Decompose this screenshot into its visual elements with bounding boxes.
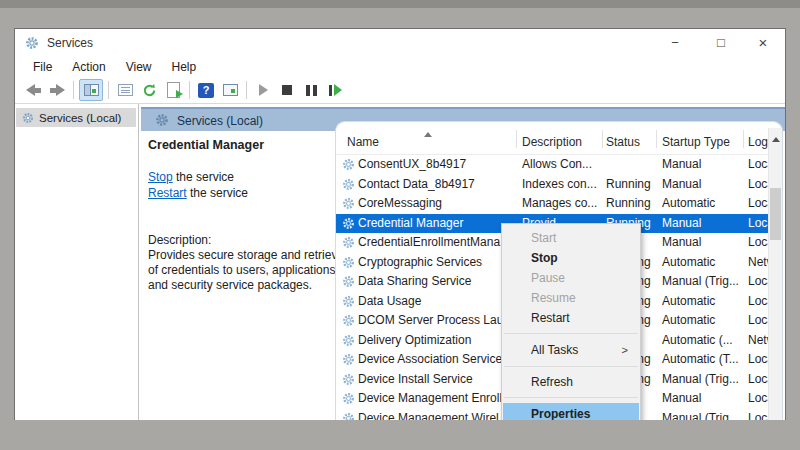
- properties-icon[interactable]: [114, 80, 136, 100]
- service-log-on-as: Loca: [748, 352, 769, 366]
- maximize-button[interactable]: □: [707, 29, 735, 57]
- toolbar-separator: [108, 81, 109, 99]
- column-header-log[interactable]: Log: [748, 135, 768, 149]
- sort-ascending-icon: [424, 132, 432, 137]
- restart-service-icon[interactable]: [324, 80, 346, 100]
- service-startup-type: Manual: [662, 216, 742, 230]
- stop-suffix: the service: [173, 170, 234, 184]
- service-name: ConsentUX_8b4917: [358, 157, 510, 171]
- menu-item-start: Start: [502, 228, 640, 248]
- gear-icon: [342, 334, 355, 347]
- extended-info-pane: Credential Manager Stop the service Rest…: [141, 131, 335, 420]
- service-log-on-as: Netw: [748, 255, 769, 269]
- service-name: Delivery Optimization: [358, 333, 510, 347]
- export-list-icon[interactable]: [162, 80, 184, 100]
- back-icon[interactable]: [22, 80, 44, 100]
- table-row[interactable]: ConsentUX_8b4917Allows Con...ManualLoca: [336, 155, 772, 175]
- column-header-name[interactable]: Name: [347, 135, 379, 149]
- close-button[interactable]: ×: [749, 29, 777, 57]
- help-icon[interactable]: ?: [195, 80, 217, 100]
- toolbar-separator: [189, 81, 190, 99]
- main-area: Services (Local) Services (Local) Creden…: [15, 104, 785, 420]
- window-title: Services: [47, 36, 93, 50]
- menu-item-resume: Resume: [502, 288, 640, 308]
- title-bar[interactable]: Services − □ ×: [15, 29, 785, 57]
- header-separator[interactable]: [656, 130, 657, 148]
- column-header-status[interactable]: Status: [606, 135, 640, 149]
- service-name: CredentialEnrollmentMana: [358, 235, 510, 249]
- service-name: Device Management Wirel: [358, 411, 510, 421]
- services-window: Services − □ × File Action View Help ?: [14, 28, 786, 420]
- show-action-pane-icon[interactable]: [219, 80, 241, 100]
- refresh-icon[interactable]: [138, 80, 160, 100]
- stop-service-link[interactable]: Stop: [148, 170, 173, 184]
- service-startup-type: Manual (Trig...: [662, 274, 742, 288]
- service-startup-type: Manual: [662, 235, 742, 249]
- service-startup-type: Manual: [662, 391, 742, 405]
- service-startup-type: Automatic (T...: [662, 352, 742, 366]
- menu-item-properties[interactable]: Properties: [503, 403, 639, 420]
- service-startup-type: Manual (Trig...: [662, 411, 742, 421]
- menu-action[interactable]: Action: [62, 58, 115, 76]
- show-console-tree-icon[interactable]: [79, 79, 103, 101]
- menu-separator: [504, 397, 638, 398]
- gear-icon: [342, 353, 355, 366]
- menu-item-restart[interactable]: Restart: [502, 308, 640, 328]
- menu-separator: [504, 333, 638, 334]
- service-description: Provides secure storage and retrieval of…: [148, 248, 348, 293]
- scroll-up-icon[interactable]: [769, 132, 782, 146]
- menu-file[interactable]: File: [23, 58, 62, 76]
- pause-service-icon[interactable]: [300, 80, 322, 100]
- header-separator[interactable]: [602, 130, 603, 148]
- service-description-cell: Indexes con...: [522, 177, 600, 191]
- gear-icon: [155, 113, 169, 131]
- service-description-cell: Allows Con...: [522, 157, 600, 171]
- restart-service-link[interactable]: Restart: [148, 186, 187, 200]
- service-log-on-as: Loca: [748, 177, 769, 191]
- menu-item-stop[interactable]: Stop: [502, 248, 640, 268]
- header-separator[interactable]: [743, 130, 744, 148]
- service-name: CoreMessaging: [358, 196, 510, 210]
- menu-item-pause: Pause: [502, 268, 640, 288]
- column-header-description[interactable]: Description: [522, 135, 582, 149]
- table-row[interactable]: Contact Data_8b4917Indexes con...Running…: [336, 175, 772, 195]
- vertical-scrollbar[interactable]: [768, 128, 782, 420]
- gear-icon: [342, 197, 355, 210]
- header-separator[interactable]: [516, 130, 517, 148]
- service-description-cell: Manages co...: [522, 196, 600, 210]
- gear-icon: [342, 373, 355, 386]
- scrollbar-thumb[interactable]: [770, 188, 781, 240]
- gear-icon: [342, 295, 355, 308]
- stop-service-icon[interactable]: [276, 80, 298, 100]
- gear-icon: [342, 178, 355, 191]
- menu-bar: File Action View Help: [15, 57, 785, 77]
- service-name: Credential Manager: [358, 216, 510, 230]
- tree-item-label: Services (Local): [39, 112, 121, 124]
- service-name: DCOM Server Process Laun: [358, 313, 510, 327]
- start-service-icon: [252, 80, 274, 100]
- menu-item-refresh[interactable]: Refresh: [502, 372, 640, 392]
- minimize-button[interactable]: −: [661, 29, 689, 57]
- tree-item-services-local[interactable]: Services (Local): [16, 108, 136, 127]
- stop-service-line: Stop the service: [148, 170, 234, 184]
- description-label: Description:: [148, 233, 211, 247]
- gear-icon: [342, 314, 355, 327]
- service-name: Data Usage: [358, 294, 510, 308]
- menu-item-all-tasks[interactable]: All Tasks>: [502, 339, 640, 361]
- console-tree-pane: Services (Local): [15, 104, 139, 420]
- column-header-startup-type[interactable]: Startup Type: [662, 135, 730, 149]
- forward-icon[interactable]: [46, 80, 68, 100]
- menu-view[interactable]: View: [116, 58, 162, 76]
- service-name: Cryptographic Services: [358, 255, 510, 269]
- table-row[interactable]: CoreMessagingManages co...RunningAutomat…: [336, 194, 772, 214]
- toolbar: ?: [15, 77, 785, 104]
- service-log-on-as: Loca: [748, 157, 769, 171]
- gear-icon: [342, 217, 355, 230]
- service-name: Device Association Service: [358, 352, 510, 366]
- service-log-on-as: Loca: [748, 391, 769, 405]
- service-startup-type: Automatic: [662, 294, 742, 308]
- gear-icon: [342, 412, 355, 421]
- service-startup-type: Automatic: [662, 313, 742, 327]
- menu-help[interactable]: Help: [162, 58, 207, 76]
- service-startup-type: Manual: [662, 157, 742, 171]
